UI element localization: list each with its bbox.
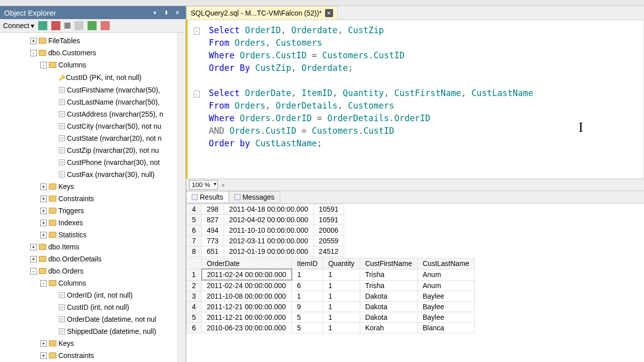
tree-node[interactable]: -Columns bbox=[0, 59, 177, 71]
expander-icon[interactable]: + bbox=[40, 208, 47, 214]
column-header[interactable]: OrderDate bbox=[202, 258, 292, 269]
tree-node[interactable]: +Keys bbox=[0, 180, 177, 193]
table-row[interactable]: 64942011-10-10 00:00:00.00020006 bbox=[187, 225, 344, 236]
tree-node[interactable]: +Indexes bbox=[0, 217, 177, 229]
cell[interactable]: 827 bbox=[202, 215, 224, 225]
tree-node[interactable]: +FileTables bbox=[0, 35, 177, 47]
tree-node[interactable]: OrderDate (datetime, not nul bbox=[0, 313, 177, 325]
column-header[interactable]: ItemID bbox=[292, 258, 323, 269]
cell[interactable]: 1 bbox=[323, 280, 360, 291]
dropdown-icon[interactable]: ▾ bbox=[150, 8, 159, 17]
expander-icon[interactable]: + bbox=[40, 232, 47, 238]
table-row[interactable]: 58272012-04-02 00:00:00.00010591 bbox=[187, 215, 344, 225]
cell[interactable]: Baylee bbox=[417, 302, 474, 312]
cell[interactable]: 1 bbox=[323, 291, 360, 302]
tree-node[interactable]: +Keys bbox=[0, 337, 177, 349]
expander-icon[interactable]: - bbox=[40, 62, 47, 68]
cell[interactable]: Dakota bbox=[360, 302, 417, 312]
cell[interactable]: 2011-04-18 00:00:00.000 bbox=[224, 204, 313, 215]
tree-node[interactable]: +Statistics bbox=[0, 229, 177, 241]
table-row[interactable]: 42011-12-21 00:00:00.00091DakotaBaylee bbox=[187, 302, 475, 312]
cell[interactable]: 651 bbox=[202, 246, 224, 257]
table-row[interactable]: 86512012-01-19 00:00:00.00024512 bbox=[187, 246, 344, 257]
expander-icon[interactable]: + bbox=[40, 340, 47, 347]
table-row[interactable]: 52011-12-21 00:00:00.00051DakotaBaylee bbox=[187, 312, 475, 323]
cell[interactable]: 2011-10-08 00:00:00.000 bbox=[202, 291, 292, 302]
cell[interactable]: Trisha bbox=[360, 280, 417, 291]
stop-icon[interactable] bbox=[64, 23, 70, 29]
cell[interactable]: Korah bbox=[360, 323, 417, 333]
tab-messages[interactable]: Messages bbox=[229, 191, 280, 203]
table-row[interactable]: 32011-10-08 00:00:00.00011DakotaBaylee bbox=[187, 291, 475, 302]
cell[interactable]: Trisha bbox=[360, 269, 417, 280]
table-row[interactable]: 77732012-03-11 00:00:00.00020559 bbox=[187, 236, 344, 246]
expander-icon[interactable]: + bbox=[40, 184, 47, 190]
tab-close-icon[interactable]: ✕ bbox=[325, 9, 333, 17]
report-icon[interactable] bbox=[101, 21, 110, 30]
nav-left-icon[interactable]: ◂ bbox=[221, 181, 224, 189]
expander-icon[interactable]: + bbox=[30, 256, 37, 262]
tree-node[interactable]: CustState (nvarchar(20), not n bbox=[0, 132, 177, 144]
cell[interactable]: 10591 bbox=[313, 215, 344, 225]
cell[interactable]: 2011-10-10 00:00:00.000 bbox=[224, 225, 313, 236]
tree-node[interactable]: CustFax (nvarchar(30), null) bbox=[0, 168, 177, 180]
cell[interactable]: 2012-03-11 00:00:00.000 bbox=[224, 236, 313, 246]
tree-node[interactable]: CustAddress (nvarchar(255), n bbox=[0, 108, 177, 120]
tree-node[interactable]: +dbo.OrderDetails bbox=[0, 253, 177, 265]
table-row[interactable]: 22011-02-24 00:00:00.00061TrishaAnum bbox=[187, 280, 475, 291]
cell[interactable]: 24512 bbox=[313, 246, 344, 257]
cell[interactable]: Baylee bbox=[417, 291, 474, 302]
cell[interactable]: 1 bbox=[323, 312, 360, 323]
tree-node[interactable]: CustLastName (nvarchar(50), bbox=[0, 96, 177, 108]
collapse-icon[interactable]: - bbox=[194, 90, 200, 98]
column-header[interactable]: Quantity bbox=[323, 258, 360, 269]
tree-node[interactable]: OrderID (int, not null) bbox=[0, 289, 177, 301]
results-grids[interactable]: 42982011-04-18 00:00:00.0001059158272012… bbox=[186, 204, 644, 362]
cell[interactable]: 1 bbox=[292, 269, 323, 280]
cell[interactable]: 1 bbox=[323, 302, 360, 312]
expander-icon[interactable]: + bbox=[30, 244, 37, 250]
filter-icon[interactable] bbox=[74, 21, 84, 30]
cell[interactable]: 2011-12-21 00:00:00.000 bbox=[202, 302, 292, 312]
tree-node[interactable]: +dbo.Items bbox=[0, 241, 177, 253]
tree-node[interactable]: +Constraints bbox=[0, 349, 177, 361]
tree-node[interactable]: ShippedDate (datetime, null) bbox=[0, 325, 177, 337]
cell[interactable]: Dakota bbox=[360, 291, 417, 302]
table-row[interactable]: 62010-06-23 00:00:00.00051KorahBlanca bbox=[187, 323, 475, 333]
cell[interactable]: 6 bbox=[292, 280, 323, 291]
expander-icon[interactable]: - bbox=[30, 50, 37, 56]
cell[interactable]: 298 bbox=[202, 204, 224, 215]
cell[interactable]: 773 bbox=[202, 236, 224, 246]
cell[interactable]: Dakota bbox=[360, 312, 417, 323]
connect-db-icon[interactable] bbox=[38, 21, 47, 30]
column-header[interactable]: CustLastName bbox=[417, 258, 474, 269]
table-row[interactable]: 12011-02-24 00:00:00.00011TrishaAnum bbox=[187, 269, 475, 280]
zoom-selector[interactable]: 100 % bbox=[189, 180, 218, 190]
tree-node[interactable]: CustID (PK, int, not null) bbox=[0, 71, 177, 84]
cell[interactable]: 494 bbox=[202, 225, 224, 236]
cell[interactable]: 2012-04-02 00:00:00.000 bbox=[224, 215, 313, 225]
table-row[interactable]: 42982011-04-18 00:00:00.00010591 bbox=[187, 204, 344, 215]
cell[interactable]: 2012-01-19 00:00:00.000 bbox=[224, 246, 313, 257]
tree-node[interactable]: CustFirstName (nvarchar(50), bbox=[0, 84, 177, 96]
column-header[interactable]: CustFirstName bbox=[360, 258, 417, 269]
cell[interactable]: 2011-02-24 00:00:00.000 bbox=[202, 269, 292, 280]
refresh-icon[interactable] bbox=[88, 21, 97, 30]
tree-node[interactable]: CustID (int, not null) bbox=[0, 301, 177, 313]
tree-node[interactable]: -Columns bbox=[0, 277, 177, 289]
cell[interactable]: 5 bbox=[292, 312, 323, 323]
results-grid-1[interactable]: 42982011-04-18 00:00:00.0001059158272012… bbox=[186, 204, 344, 257]
cell[interactable]: 9 bbox=[292, 302, 323, 312]
disconnect-db-icon[interactable] bbox=[51, 21, 60, 30]
tree-node[interactable]: CustZip (nvarchar(20), not nu bbox=[0, 144, 177, 156]
cell[interactable]: Blanca bbox=[417, 323, 474, 333]
sql-code[interactable]: Select OrderID, Orderdate, CustZip From … bbox=[203, 20, 539, 178]
cell[interactable]: 10591 bbox=[313, 204, 344, 215]
expander-icon[interactable]: + bbox=[30, 38, 37, 44]
scrollbar[interactable] bbox=[177, 33, 186, 362]
cell[interactable]: 20006 bbox=[313, 225, 344, 236]
results-grid-2[interactable]: OrderDateItemIDQuantityCustFirstNameCust… bbox=[186, 258, 475, 333]
tree-node[interactable]: CustCity (nvarchar(50), not nu bbox=[0, 120, 177, 132]
expander-icon[interactable]: + bbox=[40, 352, 47, 359]
collapse-icon[interactable]: - bbox=[194, 28, 200, 35]
